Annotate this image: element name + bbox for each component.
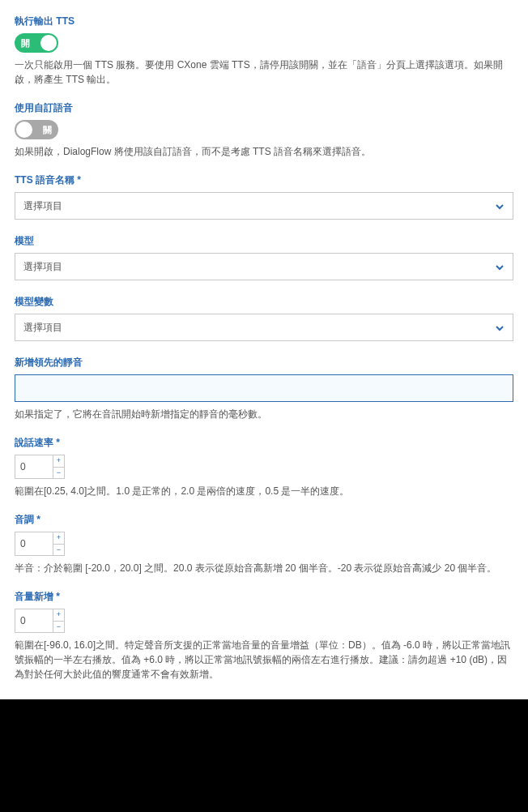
settings-panel: 執行輸出 TTS 開 一次只能啟用一個 TTS 服務。要使用 CXone 雲端 … (0, 0, 528, 699)
custom-voice-label: 使用自訂語音 (15, 101, 513, 115)
pitch-help: 半音：介於範圍 [-20.0，20.0] 之間。20.0 表示從原始音高新增 2… (15, 561, 513, 575)
toggle-knob (16, 122, 32, 138)
model-variant-selected: 選擇項目 (23, 321, 62, 335)
speaking-rate-field: 說話速率 * + − 範圍在[0.25, 4.0]之間。1.0 是正常的，2.0… (15, 436, 513, 498)
tts-output-toggle[interactable]: 開 (15, 33, 58, 53)
volume-gain-label: 音量新增 * (15, 590, 513, 604)
volume-gain-stepper: + − (15, 609, 65, 633)
volume-gain-field: 音量新增 * + − 範圍在[-96.0, 16.0]之間。特定聲音所支援的正常… (15, 590, 513, 682)
pitch-field: 音調 * + − 半音：介於範圍 [-20.0，20.0] 之間。20.0 表示… (15, 513, 513, 575)
pitch-increment[interactable]: + (53, 532, 64, 545)
chevron-down-icon (495, 263, 505, 275)
speaking-rate-input[interactable] (15, 455, 53, 478)
model-label: 模型 (15, 234, 513, 248)
model-selected: 選擇項目 (23, 260, 62, 274)
leading-silence-field: 新增領先的靜音 如果指定了，它將在音訊開始時新增指定的靜音的毫秒數。 (15, 356, 513, 421)
speaking-rate-label: 說話速率 * (15, 436, 513, 450)
pitch-stepper: + − (15, 532, 65, 556)
volume-gain-input[interactable] (15, 609, 53, 632)
volume-gain-decrement[interactable]: − (53, 622, 64, 633)
tts-output-help: 一次只能啟用一個 TTS 服務。要使用 CXone 雲端 TTS，請停用該開關，… (15, 58, 513, 87)
pitch-label: 音調 * (15, 513, 513, 527)
custom-voice-field: 使用自訂語音 關 如果開啟，DialogFlow 將使用該自訂語音，而不是考慮 … (15, 101, 513, 159)
toggle-knob (40, 35, 57, 51)
leading-silence-input[interactable] (15, 374, 513, 402)
tts-output-field: 執行輸出 TTS 開 一次只能啟用一個 TTS 服務。要使用 CXone 雲端 … (15, 15, 513, 87)
model-field: 模型 選擇項目 (15, 234, 513, 280)
voice-name-selected: 選擇項目 (23, 199, 62, 213)
voice-name-field: TTS 語音名稱 * 選擇項目 (15, 173, 513, 220)
custom-voice-help: 如果開啟，DialogFlow 將使用該自訂語音，而不是考慮 TTS 語音名稱來… (15, 144, 513, 159)
leading-silence-label: 新增領先的靜音 (15, 356, 513, 370)
speaking-rate-help: 範圍在[0.25, 4.0]之間。1.0 是正常的，2.0 是兩倍的速度，0.5… (15, 484, 513, 498)
volume-gain-increment[interactable]: + (53, 609, 64, 622)
speaking-rate-decrement[interactable]: − (53, 468, 64, 479)
model-select[interactable]: 選擇項目 (15, 253, 513, 280)
chevron-down-icon (495, 202, 505, 214)
custom-voice-toggle[interactable]: 關 (15, 120, 58, 139)
voice-name-select[interactable]: 選擇項目 (15, 192, 513, 220)
voice-name-label: TTS 語音名稱 * (15, 173, 513, 187)
model-variant-label: 模型變數 (15, 295, 513, 309)
speaking-rate-stepper: + − (15, 455, 65, 479)
model-variant-select[interactable]: 選擇項目 (15, 314, 513, 341)
toggle-off-text: 關 (43, 124, 52, 136)
speaking-rate-increment[interactable]: + (53, 455, 64, 468)
tts-output-label: 執行輸出 TTS (15, 15, 513, 28)
pitch-input[interactable] (15, 532, 53, 555)
chevron-down-icon (495, 323, 505, 335)
volume-gain-help: 範圍在[-96.0, 16.0]之間。特定聲音所支援的正常當地音量的音量增益（單… (15, 638, 513, 682)
pitch-decrement[interactable]: − (53, 545, 64, 556)
model-variant-field: 模型變數 選擇項目 (15, 295, 513, 341)
toggle-on-text: 開 (21, 37, 30, 49)
leading-silence-help: 如果指定了，它將在音訊開始時新增指定的靜音的毫秒數。 (15, 407, 513, 421)
